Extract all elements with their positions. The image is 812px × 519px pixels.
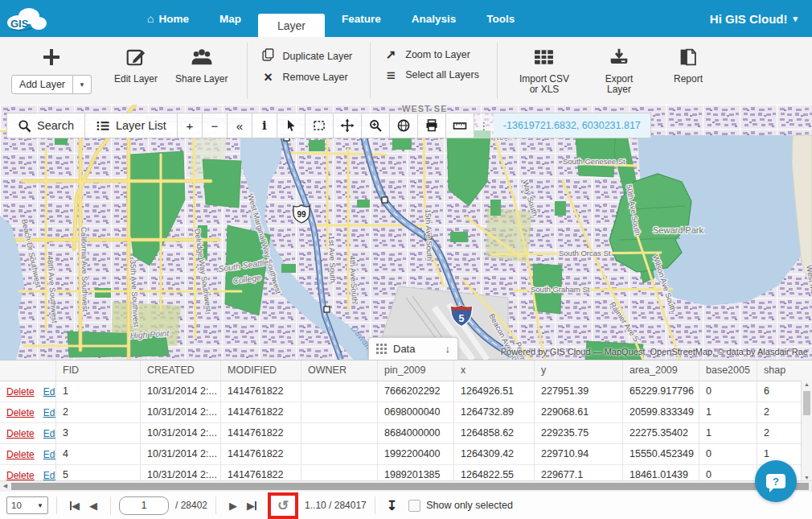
- add-layer-button[interactable]: Add Layer: [11, 75, 73, 94]
- first-page-button[interactable]: ◀: [70, 500, 80, 512]
- nav-item-tools[interactable]: Tools: [471, 0, 530, 37]
- refresh-button[interactable]: ↻: [277, 497, 289, 514]
- action-highlight-box: ↻: [268, 492, 298, 519]
- previous-page-button[interactable]: ◀: [89, 500, 97, 512]
- delete-link[interactable]: Delete: [6, 403, 35, 422]
- nav-item-analysis[interactable]: Analysis: [396, 0, 472, 37]
- gis-cloud-app: GIS ⌂HomeMapLayerFeatureAnalysisTools Hi…: [0, 0, 812, 519]
- delete-link[interactable]: Delete: [6, 424, 35, 443]
- column-header-base2005[interactable]: base2005: [699, 360, 757, 381]
- nav-item-layer[interactable]: Layer: [258, 14, 325, 37]
- box-select-tool-button[interactable]: [306, 113, 334, 138]
- data-panel-tab[interactable]: Data ↓: [368, 337, 458, 360]
- cell-owner: [301, 381, 378, 402]
- cell-fid: 2: [56, 402, 141, 422]
- page-size-select[interactable]: 10 ▼: [6, 496, 48, 514]
- show-only-selected-checkbox[interactable]: [408, 500, 420, 512]
- scroll-up-icon[interactable]: ▲: [802, 381, 812, 387]
- column-header-y[interactable]: y: [535, 360, 623, 381]
- last-page-button[interactable]: ▶: [247, 500, 256, 512]
- select-all-layers-button[interactable]: ≡ Select all Layers: [383, 69, 479, 80]
- map-canvas[interactable]: 99 5 WEST SEReservoirSouth Genesee St50t…: [0, 105, 812, 360]
- column-header-x[interactable]: x: [454, 360, 535, 381]
- row-actions: Delete Edit: [0, 444, 56, 464]
- cell-y: 229235.75: [535, 423, 623, 443]
- column-header-area_2009[interactable]: area_2009: [623, 360, 699, 381]
- edit-link[interactable]: Edit: [43, 382, 56, 402]
- cell-base2005: 1: [699, 402, 757, 422]
- next-page-button[interactable]: ▶: [229, 500, 237, 512]
- table-row: Delete Edit 2 10/31/2014 2:... 141476182…: [0, 402, 812, 423]
- column-header-modified[interactable]: MODIFIED: [221, 360, 301, 381]
- collapse-toolbar-button[interactable]: «: [228, 113, 252, 138]
- share-layer-button[interactable]: Share Layer: [175, 37, 228, 84]
- info-tool-button[interactable]: i: [252, 113, 277, 138]
- report-button[interactable]: Report: [665, 37, 712, 84]
- print-button[interactable]: [418, 113, 446, 138]
- table-vertical-scrollbar[interactable]: ▲ ▼: [801, 381, 812, 481]
- zoom-box-tool-button[interactable]: [362, 113, 390, 138]
- nav-item-map[interactable]: Map: [204, 0, 256, 37]
- page-number-input[interactable]: [119, 496, 169, 515]
- remove-layer-button[interactable]: × Remove Layer: [260, 72, 352, 83]
- cell-x: 1264309.42: [454, 444, 535, 464]
- cell-y: 229710.94: [535, 444, 623, 464]
- delete-link[interactable]: Delete: [6, 382, 35, 402]
- map-attribution: Powered by GIS Cloud — MapQuest, OpenStr…: [501, 347, 808, 356]
- user-menu[interactable]: Hi GIS Cloud! ▾: [710, 0, 812, 37]
- zoom-out-button[interactable]: −: [203, 113, 228, 138]
- pan-tool-button[interactable]: [334, 113, 362, 138]
- map-toolbar: Search Layer List +−«i⋮ -13619721.6832, …: [6, 113, 651, 138]
- scroll-down-icon[interactable]: ▼: [802, 475, 812, 480]
- more-tools-button[interactable]: ⋮: [474, 113, 494, 138]
- column-header-fid[interactable]: FID: [56, 360, 141, 381]
- cell-pin-2009: 0698000040: [378, 402, 454, 422]
- remove-x-icon: ×: [260, 72, 275, 83]
- svg-text:99: 99: [297, 210, 306, 219]
- horizontal-scrollbar-thumb[interactable]: [11, 483, 809, 490]
- column-header-pin_2009[interactable]: pin_2009: [378, 360, 454, 381]
- layer-list-button[interactable]: Layer List: [85, 113, 178, 138]
- cell-modified: 1414761822: [221, 423, 301, 443]
- pointer-tool-button[interactable]: [277, 113, 306, 138]
- gis-cloud-logo[interactable]: GIS: [0, 0, 61, 37]
- row-actions: Delete Edit: [0, 423, 56, 443]
- edit-layer-button[interactable]: Edit Layer: [114, 37, 158, 84]
- map-image: 99 5 WEST SEReservoirSouth Genesee St50t…: [0, 105, 812, 360]
- edit-link[interactable]: Edit: [43, 403, 56, 422]
- pan-icon: [340, 118, 355, 133]
- column-header-shap[interactable]: shap: [757, 360, 798, 381]
- nav-item-home[interactable]: ⌂Home: [132, 0, 204, 37]
- chevron-down-icon: ▾: [793, 14, 798, 24]
- column-header-created[interactable]: CREATED: [141, 360, 221, 381]
- delete-link[interactable]: Delete: [6, 445, 35, 464]
- help-chat-button[interactable]: ?: [755, 460, 797, 502]
- column-header-owner[interactable]: OWNER: [301, 360, 378, 381]
- prev-icon: ◀: [72, 500, 80, 512]
- cell-base2005: 0: [699, 381, 757, 402]
- edit-link[interactable]: Edit: [43, 424, 56, 443]
- search-button[interactable]: Search: [7, 113, 85, 138]
- edit-link[interactable]: Edit: [43, 445, 56, 464]
- map-label: 1st Ave South: [327, 236, 338, 283]
- export-layer-button[interactable]: Export Layer: [596, 37, 642, 95]
- duplicate-layer-icon: [260, 47, 275, 64]
- basemap-button[interactable]: [390, 113, 418, 138]
- measure-tool-button[interactable]: [446, 113, 474, 138]
- add-layer-dropdown-button[interactable]: ▼: [73, 75, 92, 94]
- scroll-left-icon[interactable]: ◀: [0, 481, 10, 491]
- zoom-to-layer-button[interactable]: ↗ Zoom to Layer: [383, 47, 479, 62]
- show-only-selected-label: Show only selected: [426, 500, 513, 511]
- zoom-in-button[interactable]: +: [178, 113, 203, 138]
- measure-icon: [453, 118, 467, 133]
- nav-item-feature[interactable]: Feature: [326, 0, 396, 37]
- cell-modified: 1414761822: [221, 381, 301, 402]
- import-csv-button[interactable]: Import CSV or XLS: [512, 37, 576, 95]
- import-csv-icon: [533, 45, 555, 69]
- duplicate-layer-button[interactable]: Duplicate Layer: [260, 47, 352, 64]
- pagination-bar: 10 ▼ ◀ ◀ / 28402 ▶ ▶ ↻ 1..10 / 284017 ↧ …: [0, 492, 812, 519]
- layer-list-icon: [96, 119, 110, 133]
- top-navigation: GIS ⌂HomeMapLayerFeatureAnalysisTools Hi…: [0, 0, 812, 37]
- export-rows-icon[interactable]: ↧: [387, 498, 397, 513]
- vertical-scrollbar-thumb[interactable]: [803, 391, 810, 415]
